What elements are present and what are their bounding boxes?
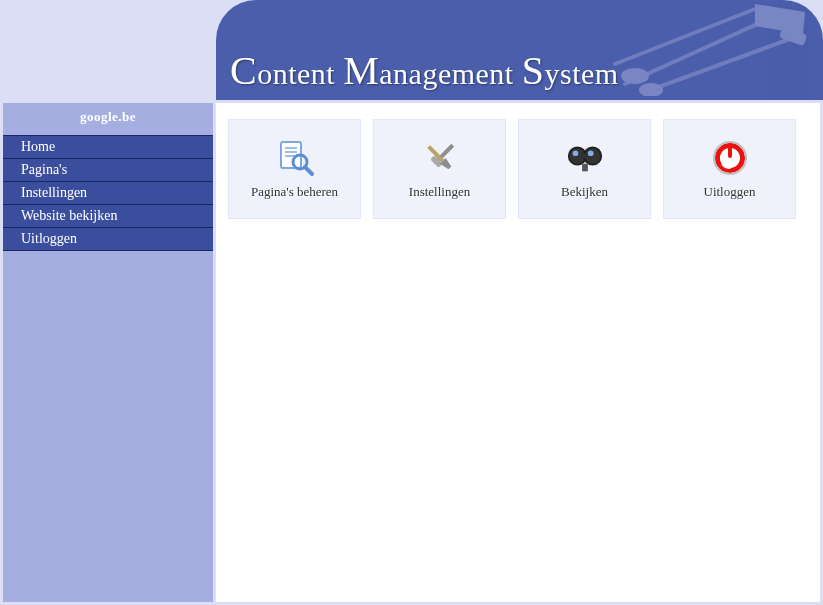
tools-art-icon <box>605 4 815 96</box>
tile-manage-pages[interactable]: Pagina's beheren <box>228 119 361 219</box>
header-title: Content Management System <box>230 47 619 100</box>
logout-icon <box>710 138 750 178</box>
tile-settings[interactable]: Instellingen <box>373 119 506 219</box>
sidebar-item-label: Instellingen <box>21 185 87 200</box>
tile-view[interactable]: Bekijken <box>518 119 651 219</box>
sidebar-item-uitloggen[interactable]: Uitloggen <box>3 227 213 251</box>
sidebar-item-website-bekijken[interactable]: Website bekijken <box>3 204 213 228</box>
svg-line-11 <box>305 167 312 174</box>
main-content: Pagina's beheren Instellingen <box>216 103 820 602</box>
svg-point-3 <box>621 68 649 84</box>
header-banner: Content Management System <box>216 0 823 100</box>
manage-pages-icon <box>275 138 315 178</box>
sidebar-item-home[interactable]: Home <box>3 135 213 159</box>
tile-logout[interactable]: Uitloggen <box>663 119 796 219</box>
sidebar-item-label: Uitloggen <box>21 231 77 246</box>
svg-point-18 <box>587 150 593 156</box>
settings-icon <box>420 138 460 178</box>
sidebar: google.be Home Pagina's Instellingen Web… <box>3 103 213 602</box>
sidebar-item-paginas[interactable]: Pagina's <box>3 158 213 182</box>
svg-rect-20 <box>582 164 588 172</box>
sidebar-title: google.be <box>3 103 213 135</box>
tile-label: Bekijken <box>561 184 608 200</box>
sidebar-item-label: Pagina's <box>21 162 67 177</box>
sidebar-menu: Home Pagina's Instellingen Website bekij… <box>3 135 213 251</box>
view-icon <box>565 138 605 178</box>
sidebar-item-instellingen[interactable]: Instellingen <box>3 181 213 205</box>
svg-rect-19 <box>583 154 587 158</box>
tile-label: Instellingen <box>409 184 470 200</box>
tile-label: Uitloggen <box>704 184 756 200</box>
tile-label: Pagina's beheren <box>251 184 338 200</box>
top-left-spacer <box>0 0 216 100</box>
sidebar-item-label: Home <box>21 139 55 154</box>
sidebar-item-label: Website bekijken <box>21 208 117 223</box>
svg-point-17 <box>572 150 578 156</box>
